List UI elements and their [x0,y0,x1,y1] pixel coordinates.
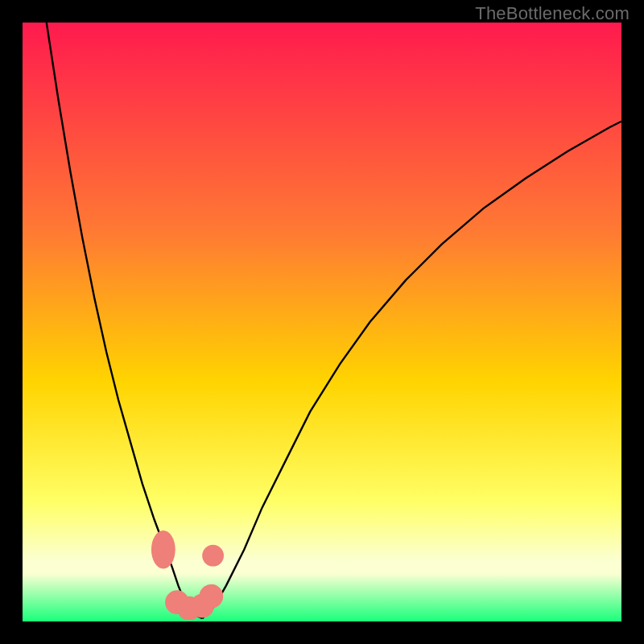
plot-svg [23,23,621,621]
plot-area [23,23,621,621]
marker-bottom-d [199,584,223,609]
watermark-text: TheBottleneck.com [475,3,630,24]
gradient-background [23,23,621,621]
marker-right-top [202,545,224,567]
marker-left-marker [151,530,175,569]
chart-frame: TheBottleneck.com [0,0,644,644]
